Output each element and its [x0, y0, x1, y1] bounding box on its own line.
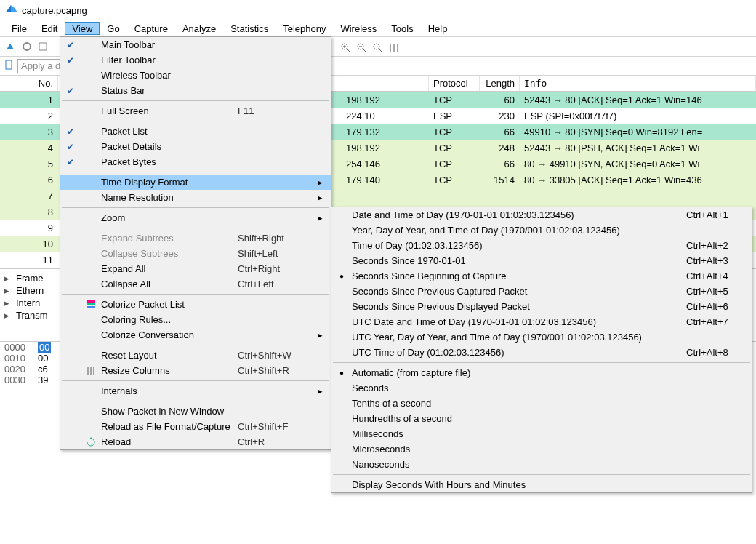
toolbar-icon[interactable] — [20, 40, 33, 53]
menu-wireless[interactable]: Wireless — [333, 22, 384, 35]
menu-item[interactable]: ✔Status Bar — [60, 83, 331, 98]
menu-item[interactable]: Display Seconds With Hours and Minutes — [331, 477, 752, 492]
menu-item[interactable]: Seconds Since Previous Captured PacketCt… — [331, 284, 752, 299]
check-icon: ✔ — [60, 142, 81, 152]
menu-item[interactable]: Colorize Packet List — [60, 297, 331, 312]
window-title: capture.pcapng — [22, 5, 87, 16]
menu-item[interactable]: Seconds Since Previous Displayed PacketC… — [331, 299, 752, 314]
resize-icon — [81, 366, 101, 376]
chevron-right-icon: ▸ — [318, 385, 331, 396]
view-menu-dropdown: ✔Main Toolbar✔Filter ToolbarWireless Too… — [60, 36, 331, 450]
menu-item[interactable]: ✔Packet Bytes — [60, 154, 331, 169]
menu-item[interactable]: Wireless Toolbar — [60, 68, 331, 83]
menu-item[interactable]: Tenths of a second — [331, 396, 752, 411]
chevron-right-icon: ▸ — [318, 177, 331, 188]
time-display-format-submenu: Date and Time of Day (1970-01-01 01:02:0… — [331, 207, 752, 493]
menu-item[interactable]: Show Packet in New Window — [60, 404, 331, 419]
chevron-right-icon: ▸ — [318, 329, 331, 340]
col-no[interactable]: No. — [0, 76, 58, 91]
menu-item[interactable]: Internals▸ — [60, 383, 331, 399]
toolbar-icon[interactable] — [36, 40, 49, 53]
resize-columns-icon[interactable] — [388, 42, 400, 56]
svg-rect-1 — [39, 43, 47, 50]
zoom-in-icon[interactable] — [340, 42, 352, 56]
menu-help[interactable]: Help — [421, 22, 455, 35]
check-icon: ✔ — [60, 55, 81, 65]
menu-item[interactable]: Reset LayoutCtrl+Shift+W — [60, 348, 331, 363]
menu-tools[interactable]: Tools — [384, 22, 420, 35]
menu-item[interactable]: Time of Day (01:02:03.123456)Ctrl+Alt+2 — [331, 238, 752, 253]
menu-item[interactable]: Time Display Format▸ — [60, 175, 331, 190]
svg-rect-17 — [87, 306, 95, 308]
menu-item[interactable]: Nanoseconds — [331, 457, 752, 472]
check-icon: ✔ — [60, 157, 81, 167]
col-length[interactable]: Length — [480, 76, 520, 91]
menu-item[interactable]: ✔Filter Toolbar — [60, 52, 331, 68]
zoom-out-icon[interactable] — [356, 42, 368, 56]
menu-item[interactable]: ✔Packet Details — [60, 139, 331, 154]
svg-rect-15 — [87, 300, 95, 303]
menu-item[interactable]: ●Automatic (from capture file) — [331, 365, 752, 380]
menu-item[interactable]: Name Resolution▸ — [60, 190, 331, 205]
menu-item[interactable]: ●Seconds Since Beginning of CaptureCtrl+… — [331, 268, 752, 284]
menu-item[interactable]: Year, Day of Year, and Time of Day (1970… — [331, 223, 752, 238]
check-icon: ✔ — [60, 127, 81, 137]
menu-file[interactable]: File — [4, 22, 34, 35]
chevron-right-icon: ▸ — [4, 285, 13, 296]
menu-go[interactable]: Go — [100, 22, 126, 35]
bullet-icon: ● — [331, 369, 352, 377]
menu-item[interactable]: Zoom▸ — [60, 210, 331, 225]
menu-item[interactable]: ✔Main Toolbar — [60, 37, 331, 52]
check-icon: ✔ — [60, 40, 81, 50]
col-protocol[interactable]: Protocol — [429, 76, 480, 91]
svg-line-7 — [363, 49, 366, 52]
colorize-icon — [81, 300, 101, 310]
filter-bookmark-icon[interactable] — [4, 60, 15, 72]
chevron-right-icon: ▸ — [4, 297, 13, 308]
svg-point-9 — [374, 44, 379, 49]
menu-item: Expand SubtreesShift+Right — [60, 231, 331, 246]
menu-item[interactable]: Hundredths of a second — [331, 411, 752, 426]
menu-item: Collapse SubtreesShift+Left — [60, 246, 331, 261]
menu-item[interactable]: UTC Time of Day (01:02:03.123456)Ctrl+Al… — [331, 345, 752, 360]
svg-rect-14 — [6, 60, 12, 69]
chevron-right-icon: ▸ — [4, 310, 13, 321]
menu-edit[interactable]: Edit — [34, 22, 65, 35]
svg-rect-16 — [87, 303, 95, 305]
menu-item[interactable]: UTC Date and Time of Day (1970-01-01 01:… — [331, 314, 752, 329]
chevron-right-icon: ▸ — [318, 212, 331, 223]
svg-point-0 — [23, 43, 31, 50]
menu-item[interactable]: Reload as File Format/CaptureCtrl+Shift+… — [60, 419, 331, 434]
menu-item[interactable]: Colorize Conversation▸ — [60, 327, 331, 343]
menu-telephony[interactable]: Telephony — [276, 22, 333, 35]
menu-item[interactable]: Full ScreenF11 — [60, 103, 331, 119]
menu-item[interactable]: Coloring Rules... — [60, 312, 331, 327]
menu-item[interactable]: Milliseconds — [331, 426, 752, 441]
menu-item[interactable]: Collapse AllCtrl+Left — [60, 276, 331, 292]
menu-analyze[interactable]: Analyze — [175, 22, 223, 35]
menu-item[interactable]: Seconds — [331, 380, 752, 396]
svg-line-3 — [347, 49, 350, 52]
chevron-right-icon: ▸ — [318, 192, 331, 203]
zoom-reset-icon[interactable] — [372, 42, 384, 56]
menu-item[interactable]: Expand AllCtrl+Right — [60, 261, 331, 276]
chevron-right-icon: ▸ — [4, 273, 13, 284]
menubar: FileEditViewGoCaptureAnalyzeStatisticsTe… — [0, 20, 756, 36]
menu-capture[interactable]: Capture — [127, 22, 175, 35]
menu-item[interactable]: Microseconds — [331, 441, 752, 457]
menu-item[interactable]: ✔Packet List — [60, 124, 331, 139]
bullet-icon: ● — [331, 272, 352, 280]
app-icon — [6, 4, 17, 17]
menu-item[interactable]: Seconds Since 1970-01-01Ctrl+Alt+3 — [331, 253, 752, 268]
menu-item[interactable]: ReloadCtrl+R — [60, 434, 331, 449]
reload-icon — [81, 437, 101, 447]
menu-view[interactable]: View — [65, 22, 100, 35]
menu-item[interactable]: Date and Time of Day (1970-01-01 01:02:0… — [331, 207, 752, 223]
menu-statistics[interactable]: Statistics — [223, 22, 276, 35]
toolbar-icon[interactable] — [4, 40, 17, 53]
col-info[interactable]: Info — [520, 76, 756, 91]
menu-item[interactable]: UTC Year, Day of Year, and Time of Day (… — [331, 329, 752, 345]
titlebar: capture.pcapng — [0, 0, 756, 20]
check-icon: ✔ — [60, 86, 81, 96]
menu-item[interactable]: Resize ColumnsCtrl+Shift+R — [60, 363, 331, 378]
